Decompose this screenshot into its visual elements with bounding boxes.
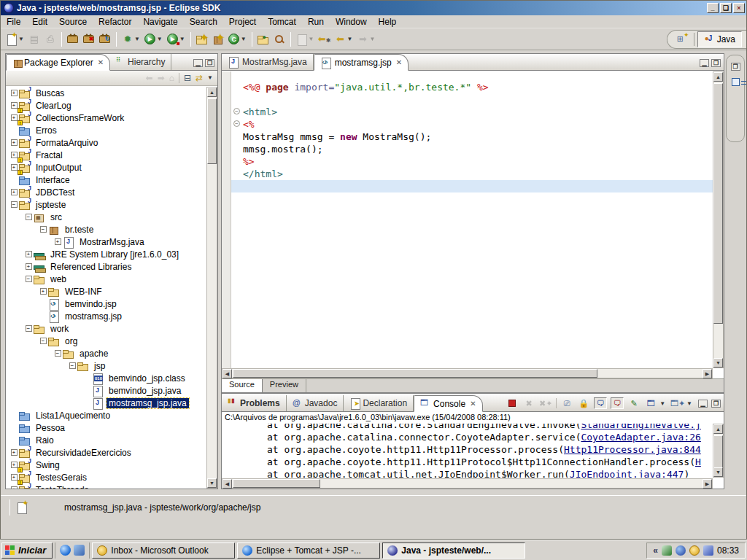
tomcat-stop-button[interactable]: ✖	[81, 31, 97, 47]
tree-item[interactable]: Raio	[6, 434, 206, 446]
print-button[interactable]: ⎙	[42, 31, 58, 47]
minimize-view-icon[interactable]: ▁	[698, 400, 708, 408]
maximize-view-icon[interactable]: ❐	[711, 59, 721, 67]
taskbar-task[interactable]: Eclipse + Tomcat + JSP -...	[237, 542, 380, 559]
tree-item[interactable]: +J!CollectionsFrameWork	[6, 112, 206, 124]
stack-trace-link[interactable]: Http11Processor.java:844	[564, 444, 701, 455]
scroll-down-icon[interactable]: ▼	[713, 467, 723, 477]
next-annotation-button[interactable]	[294, 31, 310, 47]
back-button[interactable]: ⬅	[333, 31, 349, 47]
new-package-button[interactable]: ✦	[210, 31, 226, 47]
new-wizard-button[interactable]: ✦	[4, 31, 20, 47]
scroll-right-icon[interactable]: ▶	[703, 369, 712, 378]
tree-item[interactable]: +J!Swing	[6, 459, 206, 471]
menu-source[interactable]: Source	[53, 16, 93, 28]
external-tools-button[interactable]: ▶■	[165, 31, 181, 47]
tree-item[interactable]: +JJDBCTest	[6, 186, 206, 198]
reminder-tray-icon[interactable]	[689, 545, 700, 556]
tree-item[interactable]: +JRecursividadeExercicios	[6, 446, 206, 459]
link-with-editor-icon[interactable]: ⇄	[196, 74, 203, 82]
expander-icon[interactable]: +	[9, 189, 19, 195]
taskbar-task[interactable]: Java - jspteste/web/...	[382, 542, 525, 559]
menu-refactor[interactable]: Refactor	[93, 16, 137, 28]
minimize-view-icon[interactable]: ▁	[193, 59, 203, 67]
tree-item[interactable]: +JTesteThreads	[6, 483, 206, 489]
expander-icon[interactable]: +	[9, 486, 19, 489]
java-browsing-button[interactable]: ●	[255, 31, 271, 47]
fold-collapse-icon[interactable]: −	[233, 108, 240, 114]
search-button[interactable]	[271, 31, 287, 47]
tree-item[interactable]: +WEB-INF	[6, 285, 206, 298]
menu-run[interactable]: Run	[302, 16, 330, 28]
outline-fastview-icon[interactable]	[732, 78, 740, 86]
open-console-dropdown-icon[interactable]: ▼	[686, 400, 692, 407]
expander-icon[interactable]: +	[9, 90, 19, 96]
remove-all-launches-button[interactable]: ✖✦	[539, 397, 552, 409]
menu-window[interactable]: Window	[330, 16, 373, 28]
tree-item[interactable]: Erros	[6, 124, 206, 136]
close-icon[interactable]: ✕	[468, 400, 476, 408]
collapse-all-icon[interactable]: ⊟	[184, 74, 191, 82]
scroll-up-icon[interactable]: ▲	[713, 424, 723, 434]
run-button[interactable]: ▶	[142, 31, 158, 47]
tree-item[interactable]: +JMostrarMsg.java	[6, 236, 206, 248]
pin-console-button[interactable]: ✎	[627, 397, 640, 409]
expander-icon[interactable]: −	[38, 226, 48, 233]
java-perspective-button[interactable]: ●J Java	[697, 31, 742, 47]
tree-item[interactable]: +JRE System Library [jre1.6.0_03]	[6, 248, 206, 260]
code-area[interactable]: <%@ page import="java.util.*,br.teste.*"…	[243, 71, 713, 368]
new-java-project-button[interactable]: ✦	[194, 31, 210, 47]
tomcat-start-button[interactable]	[65, 31, 81, 47]
close-button[interactable]: ×	[733, 3, 745, 13]
up-icon[interactable]: ⌂	[169, 74, 174, 82]
display-console-button[interactable]: 🗔	[644, 397, 657, 409]
expander-icon[interactable]: +	[9, 449, 19, 456]
console-vscrollbar[interactable]: ▲ ▼	[713, 424, 724, 478]
menu-navigate[interactable]: Navigate	[137, 16, 183, 28]
tree-item[interactable]: +JFormataArquivo	[6, 136, 206, 149]
restore-view-icon[interactable]: ❐	[731, 63, 740, 71]
scroll-down-icon[interactable]: ▼	[207, 478, 217, 488]
console-hscrollbar[interactable]: ◀ ▶	[222, 478, 713, 489]
tree-item[interactable]: +J!InputOutput	[6, 161, 206, 174]
minimize-button[interactable]: _	[707, 3, 719, 13]
tree-item[interactable]: −org	[6, 335, 206, 347]
show-desktop-icon[interactable]	[74, 545, 85, 556]
terminate-button[interactable]	[506, 397, 519, 409]
menu-file[interactable]: File	[1, 16, 26, 28]
tree-item[interactable]: −apache	[6, 347, 206, 359]
clear-console-button[interactable]: ⎚	[560, 397, 573, 409]
code-line[interactable]	[231, 180, 713, 192]
code-line[interactable]: MostraMsg mmsg = new MostraMsg();	[243, 131, 713, 143]
expander-icon[interactable]: −	[67, 362, 77, 369]
scroll-lock-button[interactable]: 🔒	[577, 397, 590, 409]
menu-edit[interactable]: Edit	[26, 16, 53, 28]
remove-launch-button[interactable]: ✖	[522, 397, 535, 409]
show-stdout-button[interactable]: 🗨	[594, 397, 607, 409]
editor-vscrollbar[interactable]: ▲ ▼	[713, 71, 724, 368]
tree-item[interactable]: Interface	[6, 174, 206, 186]
editor-hscrollbar[interactable]: ◀ ▶	[222, 368, 713, 378]
scroll-down-icon[interactable]: ▼	[713, 358, 723, 368]
menu-help[interactable]: Help	[373, 16, 403, 28]
tree-item[interactable]: ‹J›mostramsg.jsp	[6, 310, 206, 322]
expander-icon[interactable]: −	[23, 276, 34, 282]
scroll-left-icon[interactable]: ◀	[222, 369, 232, 378]
stack-trace-link[interactable]: JIoEndpoint.java:447	[570, 469, 684, 478]
minimize-view-icon[interactable]: ▁	[700, 59, 709, 67]
back-history-icon[interactable]: ⬅	[146, 74, 153, 82]
tree-item[interactable]: −web	[6, 273, 206, 285]
expander-icon[interactable]: −	[53, 350, 63, 357]
stack-trace-link[interactable]: CoyoteAdapter.java:26	[581, 432, 700, 443]
code-line[interactable]: %>	[243, 155, 713, 168]
open-console-button[interactable]: 🗔✦	[671, 397, 684, 409]
expander-icon[interactable]: +	[23, 251, 34, 257]
menu-search[interactable]: Search	[184, 16, 223, 28]
close-icon[interactable]: ✕	[395, 58, 402, 66]
scroll-up-icon[interactable]: ▲	[207, 88, 217, 97]
editor-tab-mostramsg.jsp[interactable]: ‹J›mostramsg.jsp✕	[314, 54, 409, 71]
tree-item[interactable]: Jmostramsg_jsp.java	[6, 397, 206, 409]
open-perspective-button[interactable]: ⊞✦	[675, 31, 691, 47]
forward-button[interactable]: ➡	[355, 31, 371, 47]
expander-icon[interactable]: +	[23, 263, 34, 270]
